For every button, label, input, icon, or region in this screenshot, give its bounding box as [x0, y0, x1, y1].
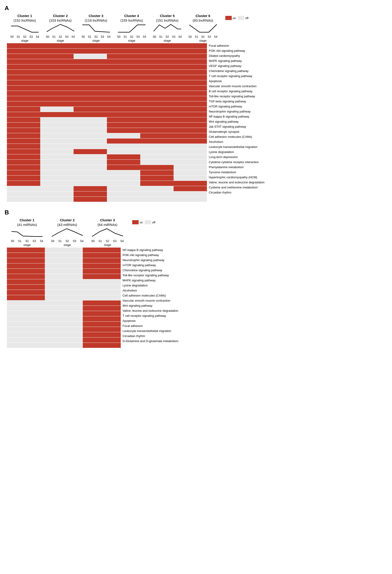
heatmap-a-row	[7, 59, 207, 64]
b-cluster-3-stage-word: stage	[104, 243, 111, 247]
heatmap-a-cell	[40, 96, 74, 101]
heatmap-b-cell	[45, 279, 83, 284]
heatmap-a-cell	[140, 49, 174, 54]
b-cluster-2-subtitle: (43 miRNAs)	[58, 223, 77, 227]
heatmap-a-cell	[74, 59, 107, 64]
heatmap-a-cell	[174, 128, 207, 133]
heatmap-b-cell	[7, 311, 45, 316]
heatmap-b-cell	[83, 311, 121, 316]
heatmap-a-cell	[174, 54, 207, 59]
heatmap-b-row	[7, 337, 121, 343]
cluster-2-stages: S0S1S2S3S4	[45, 35, 75, 39]
cluster-1-stage-word: stage	[21, 39, 28, 42]
heatmap-a-cell	[140, 160, 174, 165]
heatmap-a-cell	[40, 144, 74, 149]
cluster-6-stage-word: stage	[199, 39, 207, 42]
heatmap-a-cell	[174, 144, 207, 149]
heatmap-a-cell	[107, 160, 140, 165]
heatmap-b-cell	[7, 300, 45, 306]
b-cluster-1-sparkline	[10, 227, 44, 240]
legend-off-label: off	[245, 16, 248, 20]
cluster-5-stages: S0S1S2S3S4	[153, 35, 182, 39]
heatmap-b-row	[7, 285, 121, 290]
heatmap-a-cell	[140, 191, 174, 196]
pathway-b-label: MAPK signaling pathway	[122, 278, 178, 283]
heatmap-a-cell	[74, 139, 107, 144]
heatmap-a-cell	[40, 59, 74, 64]
pathway-a-label: MAPK signaling pathway	[209, 59, 265, 63]
heatmap-a-cell	[74, 133, 107, 138]
heatmap-a-cell	[107, 96, 140, 101]
heatmap-a: Focal adhesionPI3K-Akt signaling pathway…	[7, 43, 387, 202]
heatmap-a-cell	[140, 149, 174, 154]
heatmap-a-cell	[174, 70, 207, 75]
heatmap-b-cell	[83, 264, 121, 268]
b-cluster-1-stages: S0S1S2S3S4	[10, 240, 44, 243]
heatmap-b-row	[7, 306, 121, 311]
heatmap-a-cell	[74, 176, 107, 181]
cluster-6-sparkline	[188, 22, 218, 35]
b-cluster-1-subtitle: (41 miRNAs)	[17, 223, 37, 227]
pathway-b-label: Alcoholism	[122, 288, 178, 293]
heatmap-b-cell	[7, 253, 45, 258]
heatmap-a-cell	[7, 186, 40, 191]
heatmap-a-cell	[40, 102, 74, 106]
heatmap-a-cell	[174, 43, 207, 48]
heatmap-a-cell	[74, 80, 107, 85]
cluster-1-header: Cluster 1 (152 lncRNAs) S0S1S2S3S4 stage	[7, 14, 42, 42]
heatmap-a-cell	[140, 117, 174, 123]
heatmap-a-cell	[74, 186, 107, 191]
heatmap-a-cell	[40, 123, 74, 128]
cluster-1-title: Cluster 1	[17, 14, 32, 18]
heatmap-a-cell	[40, 165, 74, 170]
heatmap-b-cell	[83, 300, 121, 306]
pathway-a-label: Circadian rhythm	[209, 190, 265, 195]
heatmap-a-row	[7, 154, 207, 160]
heatmap-b-cell	[83, 253, 121, 258]
heatmap-a-cell	[140, 64, 174, 69]
heatmap-a-cell	[174, 96, 207, 101]
heatmap-a-cell	[40, 197, 74, 202]
heatmap-a-cell	[174, 80, 207, 85]
b-cluster-2-title: Cluster 2	[60, 218, 75, 223]
heatmap-a-cell	[140, 186, 174, 191]
b-legend-on-label: on	[139, 221, 143, 224]
b-cluster-2-stages: S0S1S2S3S4	[51, 240, 84, 243]
cluster-1-subtitle: (152 lncRNAs)	[14, 18, 36, 23]
heatmap-a-cell	[107, 191, 140, 196]
heatmap-a-cell	[7, 96, 40, 101]
heatmap-a-cell	[107, 149, 140, 154]
heatmap-a-cell	[140, 59, 174, 64]
heatmap-a-cell	[107, 43, 140, 48]
heatmap-a-cell	[74, 75, 107, 80]
heatmap-a-cell	[107, 123, 140, 128]
pathway-b-label: T cell receptor signaling pathway	[122, 313, 178, 318]
b-cluster-1-header: Cluster 1 (41 miRNAs) S0S1S2S3S4 stage	[7, 218, 47, 247]
heatmap-a-cell	[107, 102, 140, 106]
pathway-a-label: TGF-beta signaling pathway	[209, 99, 265, 104]
heatmap-a-cell	[174, 75, 207, 80]
heatmap-a-cell	[40, 186, 74, 191]
heatmap-a-cell	[74, 91, 107, 96]
heatmap-a-cell	[7, 170, 40, 175]
heatmap-b-row	[7, 343, 121, 348]
heatmap-a-cell	[107, 86, 140, 91]
heatmap-b-row	[7, 253, 121, 258]
heatmap-a-cell	[107, 54, 140, 59]
heatmap-a-row	[7, 144, 207, 149]
pathway-b-label: Lysine degradation	[122, 283, 178, 288]
heatmap-a-cell	[74, 43, 107, 48]
heatmap-a-cell	[140, 197, 174, 202]
pathway-labels-b: NF-kappa B signaling pathwayPI3K-Akt sig…	[121, 247, 178, 344]
heatmap-b-cell	[45, 258, 83, 263]
heatmap-b-row	[7, 258, 121, 263]
heatmap-a-cell	[7, 64, 40, 69]
heatmap-a-cell	[7, 139, 40, 144]
heatmap-b-cell	[45, 290, 83, 295]
heatmap-a-cell	[7, 181, 40, 186]
pathway-a-label: Apoptosis	[209, 79, 265, 84]
pathway-a-label: Wnt signaling pathway	[209, 119, 265, 124]
heatmap-a-cell	[174, 64, 207, 69]
heatmap-a-cell	[107, 139, 140, 144]
heatmap-b-cell	[7, 337, 45, 343]
